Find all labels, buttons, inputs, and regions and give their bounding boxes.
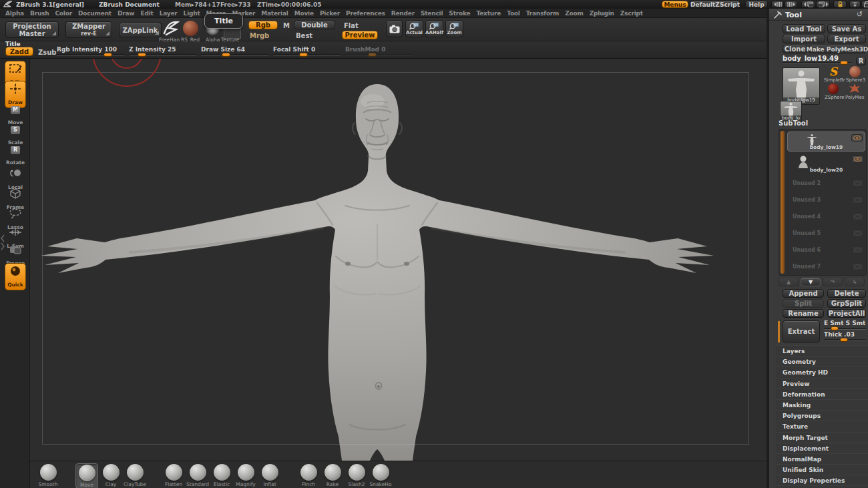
subtool-scrollbar[interactable] bbox=[781, 131, 785, 274]
subtool-section-header[interactable]: SubTool bbox=[779, 119, 808, 127]
extract-button[interactable]: Extract bbox=[783, 320, 820, 342]
simplebrush-tool[interactable]: S bbox=[824, 66, 843, 77]
aahalf-button[interactable]: AAHalf bbox=[425, 20, 443, 37]
slider-handle[interactable] bbox=[368, 53, 377, 57]
right-tray-collapse-button[interactable] bbox=[785, 1, 797, 8]
subtool-unused-slot[interactable]: Unused 4 bbox=[787, 210, 865, 226]
preview-button[interactable]: Preview bbox=[342, 31, 378, 39]
slider-track[interactable] bbox=[57, 54, 125, 56]
slider-track[interactable] bbox=[345, 54, 413, 56]
default-zscript-button[interactable]: DefaultZScript bbox=[690, 1, 740, 8]
active-tool-name[interactable]: body_low19.49 bbox=[783, 55, 839, 62]
stroke-picker-icon[interactable] bbox=[162, 20, 180, 36]
slider-handle[interactable] bbox=[222, 53, 230, 57]
move-down-button[interactable]: ▼ bbox=[801, 278, 821, 286]
make-polymesh3d-button[interactable]: Make PolyMesh3D bbox=[809, 45, 866, 53]
tool-section-header[interactable]: Texture bbox=[776, 421, 868, 431]
subtool-unused-slot[interactable]: Unused 6 bbox=[787, 243, 865, 259]
rename-button[interactable]: Rename bbox=[783, 309, 824, 318]
load-tool-button[interactable]: Load Tool bbox=[783, 24, 825, 33]
palette-scroll-right-button[interactable] bbox=[816, 1, 830, 8]
slider-handle[interactable] bbox=[103, 53, 112, 57]
zapplink-button[interactable]: ZAppLink bbox=[119, 23, 162, 37]
restore-button[interactable] bbox=[861, 1, 868, 8]
menus-toggle-button[interactable]: Menus bbox=[662, 1, 688, 8]
brush-item[interactable]: Slash2 bbox=[345, 463, 368, 487]
minimize-button[interactable] bbox=[849, 1, 861, 8]
best-button[interactable]: Best bbox=[296, 32, 312, 39]
menu-item[interactable]: Stroke bbox=[449, 10, 470, 17]
slider[interactable]: BrushMod 0 bbox=[345, 45, 415, 59]
menu-item[interactable]: Light bbox=[184, 10, 200, 17]
tool-slider-handle[interactable] bbox=[840, 61, 848, 65]
tool-section-header[interactable]: Geometry bbox=[776, 356, 868, 367]
refresh-icon[interactable]: ↺ bbox=[857, 10, 863, 19]
tool-section-header[interactable]: Deformation bbox=[776, 389, 868, 399]
move-up-button[interactable]: ▲ bbox=[779, 278, 799, 286]
m-button[interactable]: M bbox=[283, 22, 290, 29]
tool-section-header[interactable]: Morph Target bbox=[776, 432, 868, 443]
camera-button[interactable] bbox=[386, 20, 403, 37]
lock-button[interactable] bbox=[833, 1, 847, 8]
quick-button[interactable]: Quick bbox=[5, 263, 26, 290]
brush-item[interactable]: Flatten bbox=[162, 463, 185, 487]
brush-item[interactable]: Move bbox=[75, 463, 98, 488]
tool-slider-track[interactable] bbox=[783, 62, 852, 64]
append-button[interactable]: Append bbox=[783, 289, 824, 298]
brush-item[interactable]: Inflat bbox=[258, 463, 281, 487]
delete-button[interactable]: Delete bbox=[827, 289, 866, 298]
visibility-toggle[interactable] bbox=[852, 156, 863, 163]
menu-item[interactable]: Edit bbox=[140, 10, 153, 17]
menu-item[interactable]: Alpha bbox=[5, 10, 24, 17]
slider-track[interactable] bbox=[273, 54, 341, 56]
slider-track[interactable] bbox=[201, 54, 269, 56]
zsphere-tool[interactable] bbox=[824, 83, 843, 94]
menu-item[interactable]: Layer bbox=[160, 10, 178, 17]
brush-item[interactable]: Rake bbox=[321, 463, 344, 487]
material-picker-ball[interactable] bbox=[183, 21, 198, 36]
menu-item[interactable]: Tool bbox=[507, 10, 520, 17]
brush-item[interactable]: Elastic bbox=[210, 463, 233, 487]
menu-item[interactable]: Brush bbox=[30, 10, 49, 17]
brush-item[interactable]: SnakeHo bbox=[369, 463, 392, 487]
palette-scroll-left-button[interactable] bbox=[801, 1, 815, 8]
smt-slider-handle[interactable] bbox=[831, 326, 839, 330]
brush-item[interactable]: ClayTube bbox=[124, 463, 146, 487]
tool-section-header[interactable]: Displacement bbox=[776, 443, 868, 453]
tool-panel-header[interactable]: Tool ↺ bbox=[769, 9, 868, 21]
menu-item[interactable]: Stencil bbox=[421, 10, 443, 17]
slider[interactable]: Draw Size 64 bbox=[201, 45, 270, 59]
subtool-unused-slot[interactable]: Unused 2 bbox=[787, 176, 865, 192]
document-canvas[interactable] bbox=[30, 59, 767, 461]
thick-slider-handle[interactable] bbox=[840, 338, 848, 342]
projection-master-button[interactable]: Projection Master bbox=[5, 21, 59, 38]
tray-divider-handle[interactable] bbox=[0, 234, 5, 251]
rotate-button[interactable]: R Rotate bbox=[5, 142, 26, 167]
help-button[interactable]: Help bbox=[745, 1, 768, 8]
subtool-unused-slot[interactable]: Unused 5 bbox=[787, 226, 865, 242]
import-button[interactable]: Import bbox=[783, 35, 825, 43]
menu-item[interactable]: Color bbox=[55, 10, 72, 17]
menu-item[interactable]: Zscript bbox=[620, 10, 643, 17]
slider-handle[interactable] bbox=[138, 53, 146, 57]
slider-handle[interactable] bbox=[299, 53, 308, 57]
insert-button[interactable]: ↳ bbox=[845, 278, 865, 286]
tool-section-header[interactable]: Display Properties bbox=[776, 475, 868, 485]
active-tool-thumbnail[interactable]: body_low19 bbox=[783, 67, 820, 105]
smt-sliders-label[interactable]: E Smt S Smt bbox=[824, 320, 865, 326]
zoom-button[interactable]: Zoom bbox=[445, 20, 463, 37]
zadd-button[interactable]: Zadd bbox=[5, 47, 33, 56]
tool-section-header[interactable]: Preview bbox=[776, 378, 868, 389]
r-button[interactable]: R bbox=[856, 57, 866, 65]
brush-item[interactable]: Magnify bbox=[234, 463, 257, 487]
menu-item[interactable]: Movie bbox=[294, 10, 314, 17]
menu-item[interactable]: Preferences bbox=[346, 10, 385, 17]
smt-slider-track[interactable] bbox=[824, 328, 866, 330]
duplicate-button[interactable]: ↷ bbox=[823, 278, 843, 286]
projectall-button[interactable]: ProjectAll bbox=[827, 309, 866, 318]
tool-section-header[interactable]: Masking bbox=[776, 399, 868, 410]
brush-item[interactable]: Standard bbox=[186, 463, 209, 487]
tool-section-header[interactable]: Layers bbox=[776, 345, 868, 356]
mrgb-button[interactable]: Mrgb bbox=[250, 32, 269, 39]
menu-item[interactable]: Zoom bbox=[565, 10, 583, 17]
